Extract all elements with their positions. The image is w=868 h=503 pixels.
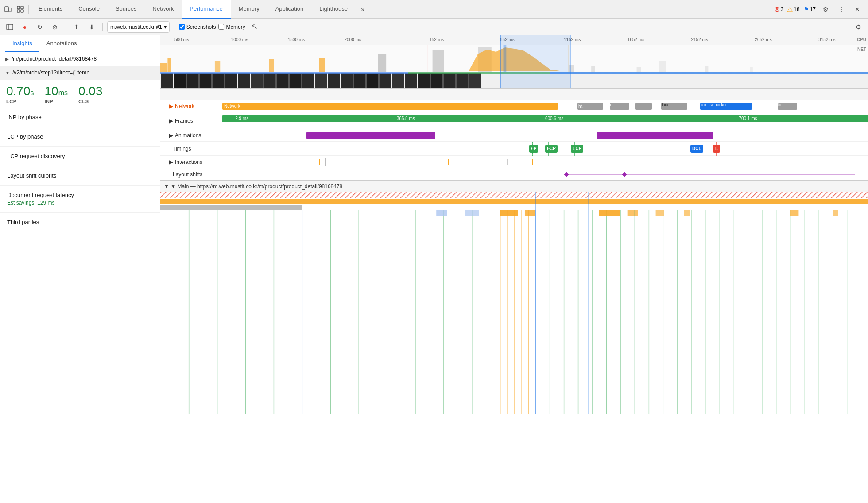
url-arrow-2: ▼: [5, 70, 10, 75]
tab-sources[interactable]: Sources: [108, 0, 145, 19]
svg-rect-35: [330, 210, 331, 414]
warning-badge[interactable]: ⚠ 18: [787, 5, 799, 13]
flame-chart-area: [160, 192, 868, 414]
insight-lcp-request-discovery[interactable]: LCP request discovery: [0, 147, 160, 166]
svg-rect-37: [387, 210, 388, 414]
clear-button[interactable]: ⊘: [49, 21, 61, 33]
error-badge[interactable]: ⊗ 3: [774, 5, 784, 13]
main-thread-url: ▼ Main — https://m.web.mustit.co.kr/m/pr…: [170, 183, 342, 190]
thumb-16: [353, 73, 366, 88]
tab-application[interactable]: Application: [267, 0, 312, 19]
main-thread-header[interactable]: ▼ ▼ Main — https://m.web.mustit.co.kr/m/…: [160, 181, 868, 192]
url-item-1[interactable]: ▶ /m/product/product_detail/98168478: [0, 52, 160, 66]
upload-profile-button[interactable]: ⬆: [70, 21, 83, 33]
interaction-mark-5: [532, 159, 533, 165]
timings-row: Timings FP FCP LCP DCL L: [160, 142, 868, 156]
svg-rect-44: [521, 210, 522, 414]
svg-rect-0: [5, 7, 8, 12]
info-badge[interactable]: ⚑ 17: [803, 5, 816, 13]
ruler-label-652: 652 ms: [500, 37, 515, 42]
more-tabs-button[interactable]: »: [356, 6, 370, 13]
url-item-2[interactable]: ▼ /v2/m/order/step1?direct={"itemn.....: [0, 66, 160, 80]
interaction-mark-2: [326, 158, 326, 166]
net-bar-ht2: ht...: [778, 103, 797, 110]
tab-console[interactable]: Console: [70, 0, 108, 19]
memory-checkbox[interactable]: [218, 24, 224, 30]
record-button[interactable]: ●: [19, 21, 31, 33]
insight-third-title: Third parties: [7, 219, 153, 225]
net-bar-mustit: c.mustit.co.kr): [700, 103, 752, 110]
device-toolbar-icon[interactable]: [2, 3, 14, 15]
svg-rect-74: [790, 210, 791, 414]
ruler-label-2152: 2152 ms: [691, 37, 708, 42]
reload-profile-button[interactable]: ↻: [34, 21, 46, 33]
toolbar-sep-4: [174, 23, 174, 31]
network-row: ▶ Network Network ht... c lata... c.must…: [160, 100, 868, 112]
svg-rect-20: [705, 66, 708, 72]
insight-third-parties[interactable]: Third parties: [0, 213, 160, 232]
tab-annotations[interactable]: Annotations: [39, 35, 84, 52]
layout-shifts-row-label: Layout shifts: [160, 171, 222, 178]
timing-vline-fp: [532, 142, 533, 156]
animations-row-label[interactable]: ▶ Animations: [160, 132, 222, 139]
net-bar-3: [636, 103, 651, 110]
insight-lcp-by-phase[interactable]: LCP by phase: [0, 127, 160, 147]
interactions-row-label[interactable]: ▶ Interactions: [160, 159, 222, 165]
svg-rect-31: [217, 210, 218, 414]
svg-rect-25: [503, 45, 506, 72]
zoomed-ruler: -1848 ms -1348 ms -848 ms -348 ms 152 ms…: [160, 89, 868, 100]
lcp-unit: s: [31, 89, 34, 97]
tab-elements[interactable]: Elements: [31, 0, 70, 19]
info-icon: ⚑: [803, 5, 809, 13]
tab-performance[interactable]: Performance: [182, 0, 230, 19]
right-panel: 500 ms 1000 ms 1500 ms 2000 ms 152 ms 65…: [160, 35, 868, 484]
metric-inp: 10ms INP: [45, 84, 68, 104]
svg-rect-11: [269, 59, 274, 72]
download-profile-button[interactable]: ⬇: [85, 21, 98, 33]
toolbar-sep-3: [102, 23, 103, 31]
cls-label: CLS: [78, 99, 103, 104]
svg-rect-29: [160, 205, 302, 210]
toolbar-separator: [28, 5, 29, 14]
tab-lighthouse[interactable]: Lighthouse: [311, 0, 356, 19]
inp-unit: ms: [58, 89, 68, 97]
inspect-icon[interactable]: [14, 3, 27, 15]
tab-network[interactable]: Network: [145, 0, 182, 19]
svg-rect-16: [569, 65, 574, 72]
svg-rect-2: [17, 6, 20, 9]
collect-garbage-button[interactable]: ⛏: [248, 21, 260, 33]
svg-rect-21: [750, 67, 753, 72]
thumb-10: [276, 73, 289, 88]
perf-settings-button[interactable]: ⚙: [852, 21, 864, 33]
insight-document-request-latency[interactable]: Document request latency Est savings: 12…: [0, 186, 160, 213]
thumb-22: [430, 73, 443, 88]
screenshots-checkbox-label[interactable]: Screenshots: [179, 24, 216, 30]
tab-insights[interactable]: Insights: [5, 35, 39, 52]
left-panel: Insights Annotations ▶ /m/product/produc…: [0, 35, 160, 484]
memory-checkbox-label[interactable]: Memory: [218, 24, 245, 30]
svg-rect-59: [465, 210, 479, 216]
session-dropdown-icon: ▾: [164, 24, 167, 30]
frames-row-label[interactable]: ▶ Frames: [160, 118, 222, 124]
inp-value: 10ms: [45, 84, 68, 98]
error-count: 3: [781, 6, 784, 12]
vline-dcl: [613, 100, 613, 112]
session-selector[interactable]: m.web.mustit.co.kr #1 ▾: [107, 21, 170, 33]
tab-memory[interactable]: Memory: [231, 0, 267, 19]
network-row-label[interactable]: ▶ Network: [160, 103, 222, 109]
cpu-label: CPU: [857, 37, 866, 42]
more-options-icon[interactable]: ⋮: [835, 3, 848, 15]
sidebar-toggle-icon[interactable]: [4, 21, 16, 33]
insight-inp-by-phase[interactable]: INP by phase: [0, 108, 160, 127]
settings-icon[interactable]: ⚙: [819, 3, 832, 15]
metric-cls: 0.03 CLS: [78, 84, 103, 104]
timing-vline-l: [716, 142, 717, 156]
insight-layout-shift-culprits[interactable]: Layout shift culprits: [0, 166, 160, 186]
thumb-17: [366, 73, 379, 88]
svg-rect-13: [378, 54, 386, 72]
screenshots-checkbox[interactable]: [179, 24, 185, 30]
svg-rect-30: [189, 210, 190, 414]
svg-rect-71: [748, 210, 748, 414]
close-devtools-button[interactable]: ✕: [851, 3, 864, 15]
svg-rect-49: [578, 210, 579, 414]
